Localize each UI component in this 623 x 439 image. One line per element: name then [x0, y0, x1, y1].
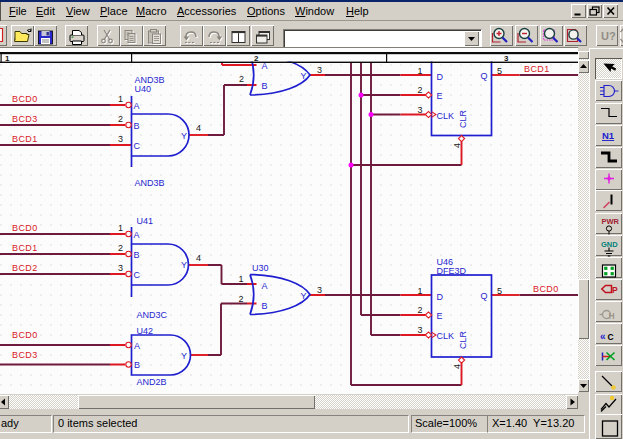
svg-text:CLR: CLR: [458, 330, 468, 349]
svg-text:BCD0: BCD0: [533, 284, 559, 294]
svg-text:BCD1: BCD1: [12, 243, 38, 253]
svg-text:DFE3D: DFE3D: [437, 266, 467, 276]
svg-text:A: A: [134, 341, 140, 351]
svg-text:PWR: PWR: [602, 217, 620, 226]
svg-text:C: C: [134, 141, 141, 151]
svg-text:3: 3: [418, 105, 423, 115]
svg-text:U30: U30: [252, 263, 269, 273]
svg-text:C: C: [608, 332, 614, 342]
svg-text:1: 1: [5, 54, 10, 63]
svg-text:GND: GND: [601, 240, 618, 249]
svg-text:C: C: [134, 270, 141, 280]
svg-text:Y: Y: [301, 291, 307, 301]
svg-text:AND3B: AND3B: [135, 178, 165, 188]
svg-text:1: 1: [239, 274, 244, 284]
svg-text:Q: Q: [481, 291, 488, 301]
svg-text:4: 4: [196, 123, 201, 133]
svg-text:BCD0: BCD0: [12, 330, 38, 340]
svg-text:Q: Q: [481, 71, 488, 81]
svg-text:E: E: [437, 311, 443, 321]
svg-text:Y: Y: [181, 351, 187, 361]
svg-text:2: 2: [118, 114, 123, 124]
svg-text:3: 3: [118, 263, 123, 273]
svg-text:3: 3: [118, 134, 123, 144]
svg-text:1: 1: [118, 94, 123, 104]
svg-text:BCD1: BCD1: [524, 64, 550, 74]
svg-text:2: 2: [418, 305, 423, 315]
svg-text:2: 2: [254, 54, 259, 63]
svg-text:«: «: [600, 331, 606, 342]
svg-text:AND3C: AND3C: [137, 310, 168, 320]
svg-text:1: 1: [418, 66, 423, 76]
svg-text:U40: U40: [135, 84, 152, 94]
svg-text:D: D: [437, 292, 444, 302]
svg-text:B: B: [262, 81, 268, 91]
svg-text:B: B: [134, 250, 140, 260]
svg-text:4: 4: [196, 253, 201, 263]
svg-text:U41: U41: [137, 216, 154, 226]
svg-text:Y: Y: [181, 131, 187, 141]
svg-text:CLK: CLK: [437, 111, 455, 121]
svg-text:CLR: CLR: [458, 109, 468, 128]
svg-text:5: 5: [497, 66, 502, 76]
svg-text:2: 2: [239, 74, 244, 84]
svg-text:BCD3: BCD3: [12, 114, 38, 124]
svg-text:BCD2: BCD2: [12, 263, 38, 273]
svg-text:1: 1: [418, 286, 423, 296]
svg-text:E: E: [437, 91, 443, 101]
svg-text:3: 3: [504, 54, 509, 63]
svg-text:CLK: CLK: [437, 331, 455, 341]
svg-text:3: 3: [317, 285, 322, 295]
svg-text:3: 3: [418, 325, 423, 335]
svg-text:BCD0: BCD0: [12, 94, 38, 104]
svg-text:4: 4: [452, 143, 462, 148]
svg-text:B: B: [134, 121, 140, 131]
svg-text:H: H: [609, 311, 615, 321]
svg-text:1: 1: [118, 223, 123, 233]
svg-text:BCD0: BCD0: [12, 223, 38, 233]
svg-text:A: A: [134, 230, 140, 240]
svg-text:P: P: [612, 285, 618, 295]
svg-text:Y: Y: [181, 260, 187, 270]
svg-text:5: 5: [497, 286, 502, 296]
svg-text:3: 3: [317, 65, 322, 75]
svg-text:BCD1: BCD1: [12, 134, 38, 144]
svg-text:A: A: [134, 101, 140, 111]
svg-text:AND2B: AND2B: [137, 377, 167, 387]
svg-text:D: D: [437, 72, 444, 82]
svg-text:4: 4: [452, 364, 462, 369]
svg-text:Y: Y: [301, 71, 307, 81]
svg-text:N1: N1: [602, 130, 615, 141]
svg-text:B: B: [134, 360, 140, 370]
svg-text:2: 2: [239, 294, 244, 304]
svg-text:2: 2: [418, 85, 423, 95]
svg-text:BCD3: BCD3: [12, 350, 38, 360]
svg-text:A: A: [262, 281, 268, 291]
svg-text:2: 2: [118, 243, 123, 253]
svg-text:B: B: [262, 301, 268, 311]
svg-text:U42: U42: [137, 326, 154, 336]
